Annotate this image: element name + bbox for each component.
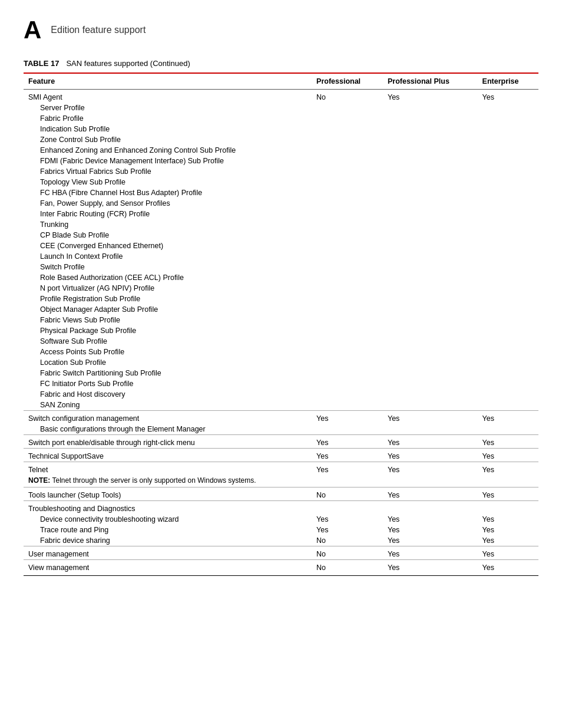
sub-enterprise-cell xyxy=(478,177,538,187)
sub-enterprise-cell xyxy=(478,251,538,262)
sub-professional-cell xyxy=(312,251,383,262)
note-label: NOTE: xyxy=(28,476,50,485)
sub-professional-cell xyxy=(312,283,383,294)
sub-professional-cell xyxy=(312,230,383,241)
sub-enterprise-cell xyxy=(478,315,538,325)
sub-feature-cell: Topology View Sub Profile xyxy=(24,177,312,187)
sub-professional-cell xyxy=(312,103,383,113)
table-row: View managementNoYesYes xyxy=(24,560,538,576)
sub-enterprise-cell xyxy=(478,166,538,177)
enterprise-cell: Yes xyxy=(478,487,538,501)
sub-professional-plus-cell: Yes xyxy=(383,535,478,546)
feature-cell: Tools launcher (Setup Tools) xyxy=(24,487,312,501)
sub-professional-cell xyxy=(312,166,383,177)
sub-professional-plus-cell xyxy=(383,156,478,166)
sub-feature-cell: Software Sub Profile xyxy=(24,336,312,347)
sub-feature-cell: SAN Zoning xyxy=(24,400,312,411)
sub-enterprise-cell xyxy=(478,219,538,230)
sub-professional-cell xyxy=(312,336,383,347)
sub-professional-plus-cell: Yes xyxy=(383,525,478,535)
enterprise-cell: Yes xyxy=(478,546,538,560)
sub-feature-cell: Trunking xyxy=(24,219,312,230)
sub-row: Launch In Context Profile xyxy=(24,251,538,262)
sub-professional-cell xyxy=(312,294,383,304)
sub-row: Fabric device sharingNoYesYes xyxy=(24,535,538,546)
sub-professional-cell xyxy=(312,124,383,134)
sub-professional-cell: Yes xyxy=(312,525,383,535)
professional-cell: Yes xyxy=(312,462,383,476)
feature-cell: Troubleshooting and Diagnostics xyxy=(24,501,312,515)
sub-professional-plus-cell xyxy=(383,230,478,241)
sub-feature-cell: CP Blade Sub Profile xyxy=(24,230,312,241)
chapter-title: Edition feature support xyxy=(51,25,146,35)
sub-feature-cell: Fabric Switch Partitioning Sub Profile xyxy=(24,368,312,378)
sub-feature-cell: Fabric and Host discovery xyxy=(24,389,312,400)
sub-row: Physical Package Sub Profile xyxy=(24,325,538,336)
sub-professional-cell xyxy=(312,347,383,357)
sub-enterprise-cell xyxy=(478,283,538,294)
professional-plus-cell: Yes xyxy=(383,449,478,462)
sub-professional-cell xyxy=(312,241,383,251)
table-label: TABLE 17 xyxy=(24,59,59,68)
note-row: NOTE: Telnet through the server is only … xyxy=(24,475,538,487)
sub-enterprise-cell xyxy=(478,294,538,304)
sub-professional-cell xyxy=(312,219,383,230)
table-row: Switch configuration managementYesYesYes xyxy=(24,411,538,424)
sub-professional-cell xyxy=(312,187,383,198)
sub-row: Server Profile xyxy=(24,103,538,113)
sub-row: Object Manager Adapter Sub Profile xyxy=(24,304,538,315)
features-table: Feature Professional Professional Plus E… xyxy=(24,73,538,576)
sub-row: Inter Fabric Routing (FCR) Profile xyxy=(24,209,538,219)
sub-professional-cell: No xyxy=(312,535,383,546)
sub-enterprise-cell xyxy=(478,103,538,113)
sub-professional-cell xyxy=(312,272,383,283)
note-cell: NOTE: Telnet through the server is only … xyxy=(24,475,538,487)
professional-cell: No xyxy=(312,487,383,501)
sub-professional-plus-cell xyxy=(383,145,478,156)
sub-enterprise-cell xyxy=(478,378,538,389)
professional-cell: No xyxy=(312,546,383,560)
sub-professional-plus-cell xyxy=(383,315,478,325)
sub-feature-cell: Fabric Profile xyxy=(24,113,312,124)
sub-professional-cell xyxy=(312,177,383,187)
col-professional-plus: Professional Plus xyxy=(383,73,478,90)
sub-feature-cell: Access Points Sub Profile xyxy=(24,347,312,357)
sub-professional-plus-cell xyxy=(383,378,478,389)
sub-row: Profile Registration Sub Profile xyxy=(24,294,538,304)
sub-enterprise-cell xyxy=(478,304,538,315)
feature-cell: Switch port enable/disable through right… xyxy=(24,435,312,449)
table-row: TelnetYesYesYes xyxy=(24,462,538,476)
sub-professional-plus-cell xyxy=(383,357,478,368)
sub-professional-cell xyxy=(312,389,383,400)
sub-enterprise-cell xyxy=(478,368,538,378)
professional-cell: Yes xyxy=(312,435,383,449)
professional-plus-cell: Yes xyxy=(383,411,478,424)
sub-row: Access Points Sub Profile xyxy=(24,347,538,357)
sub-feature-cell: Server Profile xyxy=(24,103,312,113)
sub-feature-cell: Device connectivity troubleshooting wiza… xyxy=(24,514,312,525)
sub-row: Fabrics Virtual Fabrics Sub Profile xyxy=(24,166,538,177)
sub-enterprise-cell: Yes xyxy=(478,525,538,535)
sub-professional-plus-cell xyxy=(383,368,478,378)
sub-feature-cell: Launch In Context Profile xyxy=(24,251,312,262)
enterprise-cell: Yes xyxy=(478,449,538,462)
sub-row: Fabric Switch Partitioning Sub Profile xyxy=(24,368,538,378)
sub-enterprise-cell xyxy=(478,187,538,198)
sub-professional-cell xyxy=(312,325,383,336)
table-row: Switch port enable/disable through right… xyxy=(24,435,538,449)
sub-professional-cell xyxy=(312,304,383,315)
sub-professional-cell xyxy=(312,198,383,209)
table-description: SAN features supported (Continued) xyxy=(66,59,190,68)
table-row: Tools launcher (Setup Tools)NoYesYes xyxy=(24,487,538,501)
professional-cell xyxy=(312,501,383,515)
sub-professional-plus-cell xyxy=(383,187,478,198)
sub-enterprise-cell xyxy=(478,113,538,124)
sub-professional-cell xyxy=(312,262,383,272)
sub-professional-plus-cell xyxy=(383,241,478,251)
sub-row: Software Sub Profile xyxy=(24,336,538,347)
sub-feature-cell: CEE (Converged Enhanced Ethernet) xyxy=(24,241,312,251)
sub-feature-cell: Profile Registration Sub Profile xyxy=(24,294,312,304)
sub-enterprise-cell xyxy=(478,347,538,357)
sub-feature-cell: Enhanced Zoning and Enhanced Zoning Cont… xyxy=(24,145,312,156)
sub-enterprise-cell xyxy=(478,424,538,435)
